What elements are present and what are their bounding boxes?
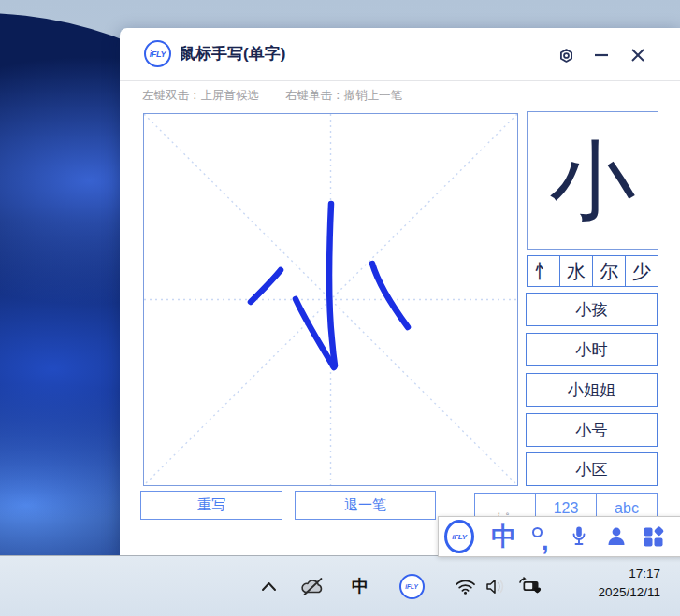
ifly-logo-icon[interactable]: iFLY	[444, 517, 474, 556]
onedrive-paused-icon[interactable]	[298, 572, 326, 600]
wifi-icon[interactable]	[451, 572, 479, 600]
user-icon[interactable]	[601, 517, 631, 556]
battery-heart-icon[interactable]	[516, 572, 544, 600]
ifly-tray-icon[interactable]: iFLY	[398, 572, 426, 600]
word-suggestion-3[interactable]: 小姐姐	[526, 373, 658, 407]
word-suggestion-2[interactable]: 小时	[526, 333, 658, 366]
recognized-char-box: 小	[527, 111, 658, 250]
candidate-row: 忄 水 尔 少	[527, 255, 658, 287]
ime-chinese-icon[interactable]: 中	[346, 572, 374, 600]
handwriting-app-window: iFLY 鼠标手写(单字) 左键双击：上屏首候选 右键单击：撤销上一笔	[120, 28, 680, 555]
word-suggestion-4[interactable]: 小号	[526, 413, 658, 447]
clock-date: 2025/12/11	[598, 583, 660, 602]
ime-label: 中	[352, 575, 369, 597]
word-suggestion-5[interactable]: 小区	[526, 452, 658, 486]
hint-right-click: 右键单击：撤销上一笔	[285, 88, 402, 104]
punctuation-icon[interactable]: ,	[528, 517, 557, 556]
clock-time: 17:17	[598, 565, 660, 583]
apps-grid-icon[interactable]	[639, 517, 669, 556]
ime-toolbar: iFLY 中 ,	[438, 516, 680, 557]
logo-text: iFLY	[452, 533, 467, 541]
hidden-icons-chevron-icon[interactable]	[254, 572, 282, 600]
logo-text: iFLY	[405, 583, 418, 590]
hint-left-double-click: 左键双击：上屏首候选	[142, 88, 259, 104]
taskbar: 中 iFLY 17:17 2025/12/11	[0, 555, 680, 616]
logo-text: iFLY	[150, 50, 166, 59]
candidate-1[interactable]: 忄	[528, 256, 560, 286]
rewrite-button[interactable]: 重写	[140, 491, 282, 520]
candidate-2[interactable]: 水	[560, 256, 593, 286]
candidate-4[interactable]: 少	[626, 256, 658, 286]
settings-gear-icon[interactable]	[557, 46, 575, 64]
recognized-char: 小	[550, 137, 636, 223]
handwriting-canvas[interactable]	[143, 113, 518, 486]
taskbar-clock[interactable]: 17:17 2025/12/11	[598, 565, 660, 603]
chinese-mode-icon[interactable]: 中	[489, 517, 519, 556]
candidate-3[interactable]: 尔	[593, 256, 626, 286]
undo-stroke-button[interactable]: 退一笔	[295, 491, 436, 520]
volume-icon[interactable]	[483, 572, 511, 600]
ifly-logo-icon: iFLY	[144, 40, 171, 67]
minimize-button[interactable]	[592, 46, 611, 64]
window-title: 鼠标手写(单字)	[180, 28, 285, 80]
handwriting-strokes	[144, 114, 517, 485]
titlebar: iFLY 鼠标手写(单字)	[120, 28, 680, 81]
microphone-icon[interactable]	[564, 517, 594, 556]
word-suggestion-1[interactable]: 小孩	[526, 293, 658, 326]
chinese-mode-label: 中	[492, 524, 517, 550]
close-button[interactable]	[629, 46, 647, 64]
